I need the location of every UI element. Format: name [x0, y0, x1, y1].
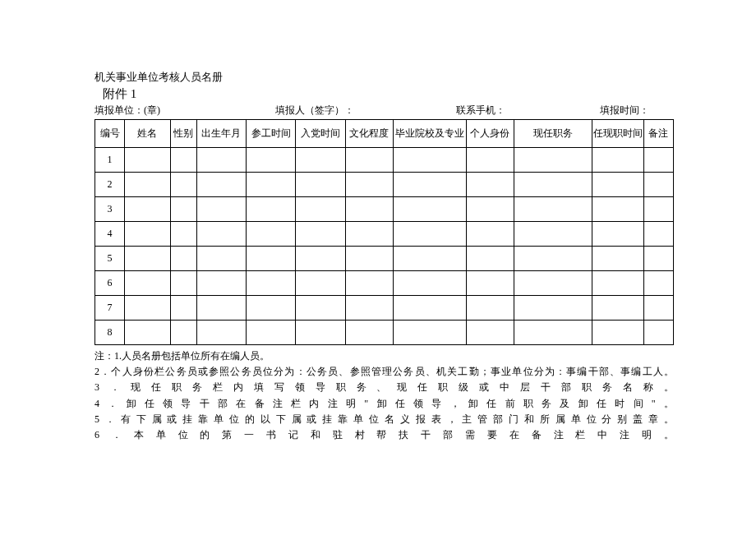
cell — [643, 321, 673, 345]
cell — [247, 247, 296, 271]
cell — [466, 148, 514, 173]
table-row: 3 — [95, 197, 674, 222]
cell — [592, 271, 643, 296]
cell — [196, 197, 246, 222]
note-4: 4．卸任领导干部在备注栏内注明"卸任领导，卸任前职务及卸任时间"。 — [94, 396, 674, 412]
header-tenure: 任现职时间 — [592, 120, 643, 148]
cell — [345, 197, 393, 222]
cell — [643, 271, 673, 296]
cell — [466, 197, 514, 222]
cell — [394, 173, 467, 197]
cell — [170, 321, 196, 345]
cell — [170, 173, 196, 197]
table-row: 5 — [95, 247, 674, 271]
cell — [643, 247, 673, 271]
header-identity: 个人身份 — [466, 120, 514, 148]
cell — [466, 173, 514, 197]
cell — [296, 321, 345, 345]
header-birth: 出生年月 — [196, 120, 246, 148]
cell — [247, 197, 296, 222]
cell — [125, 197, 170, 222]
cell — [643, 296, 673, 321]
cell — [345, 173, 393, 197]
header-school: 毕业院校及专业 — [394, 120, 467, 148]
cell — [592, 296, 643, 321]
table-row: 4 — [95, 222, 674, 247]
note-6: 6．本单位的第一书记和驻村帮扶干部需要在备注栏中注明。 — [94, 427, 674, 443]
cell — [394, 271, 467, 296]
cell — [170, 296, 196, 321]
meta-row: 填报单位：(章) 填报人（签字）： 联系手机： 填报时间： — [94, 104, 674, 118]
cell — [643, 173, 673, 197]
cell — [514, 271, 592, 296]
cell — [296, 296, 345, 321]
cell — [345, 321, 393, 345]
meta-reporter: 填报人（签字）： — [275, 104, 456, 118]
cell — [196, 222, 246, 247]
cell — [170, 222, 196, 247]
cell — [592, 173, 643, 197]
cell — [247, 173, 296, 197]
table-row: 8 — [95, 321, 674, 345]
note-1: 注：1.人员名册包括单位所有在编人员。 — [94, 348, 674, 364]
cell-no: 5 — [95, 247, 125, 271]
attachment-label: 附件 1 — [94, 86, 674, 102]
cell — [345, 247, 393, 271]
header-remark: 备注 — [643, 120, 673, 148]
cell — [514, 296, 592, 321]
cell — [514, 321, 592, 345]
cell — [125, 247, 170, 271]
cell — [592, 247, 643, 271]
cell-no: 1 — [95, 148, 125, 173]
cell — [394, 321, 467, 345]
cell — [394, 296, 467, 321]
header-sex: 性别 — [170, 120, 196, 148]
notes-section: 注：1.人员名册包括单位所有在编人员。 2．个人身份栏公务员或参照公务员位分为：… — [94, 348, 674, 443]
table-row: 1 — [95, 148, 674, 173]
table-row: 6 — [95, 271, 674, 296]
cell — [345, 271, 393, 296]
meta-time: 填报时间： — [600, 104, 674, 118]
cell — [592, 222, 643, 247]
cell — [466, 222, 514, 247]
cell — [592, 321, 643, 345]
cell — [247, 222, 296, 247]
table-row: 2 — [95, 173, 674, 197]
cell — [296, 271, 345, 296]
cell — [466, 296, 514, 321]
cell — [125, 222, 170, 247]
cell — [125, 321, 170, 345]
cell — [247, 296, 296, 321]
cell — [466, 321, 514, 345]
cell — [345, 148, 393, 173]
cell-no: 4 — [95, 222, 125, 247]
cell — [247, 148, 296, 173]
cell — [643, 222, 673, 247]
cell — [125, 148, 170, 173]
cell-no: 7 — [95, 296, 125, 321]
cell — [514, 247, 592, 271]
cell — [466, 271, 514, 296]
note-3: 3．现任职务栏内填写领导职务、现任职级或中层干部职务名称。 — [94, 380, 674, 395]
cell — [170, 197, 196, 222]
cell — [514, 148, 592, 173]
cell-no: 6 — [95, 271, 125, 296]
cell — [170, 247, 196, 271]
table-row: 7 — [95, 296, 674, 321]
cell — [643, 148, 673, 173]
note-5: 5．有下属或挂靠单位的以下属或挂靠单位名义报表，主管部门和所属单位分别盖章。 — [94, 412, 674, 427]
cell — [125, 271, 170, 296]
header-no: 编号 — [95, 120, 125, 148]
cell-no: 8 — [95, 321, 125, 345]
cell — [196, 247, 246, 271]
cell — [247, 271, 296, 296]
cell — [394, 197, 467, 222]
cell — [296, 173, 345, 197]
cell — [394, 247, 467, 271]
document-title: 机关事业单位考核人员名册 — [94, 70, 674, 85]
meta-phone: 联系手机： — [456, 104, 600, 118]
cell — [296, 222, 345, 247]
cell-no: 3 — [95, 197, 125, 222]
cell — [345, 222, 393, 247]
header-name: 姓名 — [125, 120, 170, 148]
